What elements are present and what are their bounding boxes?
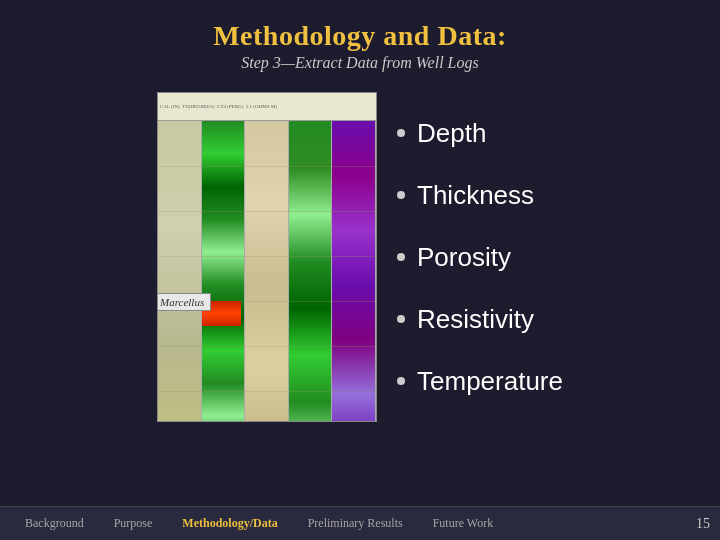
content-area: CAL (IN) TD(DEGREES) CT4 (PERG) 5.1 (OHM… <box>0 82 720 432</box>
bullet-dot-temperature <box>397 377 405 385</box>
bullet-list: Depth Thickness Porosity Resistivity Tem… <box>397 92 563 422</box>
title-area: Methodology and Data: Step 3—Extract Dat… <box>213 20 507 72</box>
nav-item-purpose[interactable]: Purpose <box>99 516 168 531</box>
nav-item-future-work[interactable]: Future Work <box>418 516 508 531</box>
bullet-text-temperature: Temperature <box>417 366 563 397</box>
bullet-item-resistivity: Resistivity <box>397 304 563 335</box>
slide-subtitle: Step 3—Extract Data from Well Logs <box>213 54 507 72</box>
log-header: CAL (IN) TD(DEGREES) CT4 (PERG) 5.1 (OHM… <box>158 93 376 121</box>
slide-title: Methodology and Data: <box>213 20 507 52</box>
log-col-3 <box>245 121 289 422</box>
nav-item-background[interactable]: Background <box>10 516 99 531</box>
log-col-1 <box>158 121 202 422</box>
bullet-text-thickness: Thickness <box>417 180 534 211</box>
footer-nav: Background Purpose Methodology/Data Prel… <box>0 506 720 540</box>
nav-items: Background Purpose Methodology/Data Prel… <box>10 516 696 531</box>
bullet-item-porosity: Porosity <box>397 242 563 273</box>
well-log-inner <box>158 93 376 421</box>
nav-item-preliminary-results[interactable]: Preliminary Results <box>293 516 418 531</box>
bullet-dot-thickness <box>397 191 405 199</box>
nav-item-methodology-data[interactable]: Methodology/Data <box>167 516 292 531</box>
bullet-text-resistivity: Resistivity <box>417 304 534 335</box>
bullet-dot-depth <box>397 129 405 137</box>
bullet-item-thickness: Thickness <box>397 180 563 211</box>
marcellus-label: Marcellus <box>157 293 211 311</box>
bullet-dot-resistivity <box>397 315 405 323</box>
log-col-5 <box>332 121 376 422</box>
bullet-text-porosity: Porosity <box>417 242 511 273</box>
slide-container: Methodology and Data: Step 3—Extract Dat… <box>0 0 720 540</box>
page-number: 15 <box>696 516 710 532</box>
bullet-text-depth: Depth <box>417 118 486 149</box>
log-col-2 <box>202 121 246 422</box>
main-content: Methodology and Data: Step 3—Extract Dat… <box>0 0 720 540</box>
well-log-image: CAL (IN) TD(DEGREES) CT4 (PERG) 5.1 (OHM… <box>157 92 377 422</box>
bullet-item-temperature: Temperature <box>397 366 563 397</box>
bullet-dot-porosity <box>397 253 405 261</box>
log-col-4 <box>289 121 333 422</box>
bullet-item-depth: Depth <box>397 118 563 149</box>
